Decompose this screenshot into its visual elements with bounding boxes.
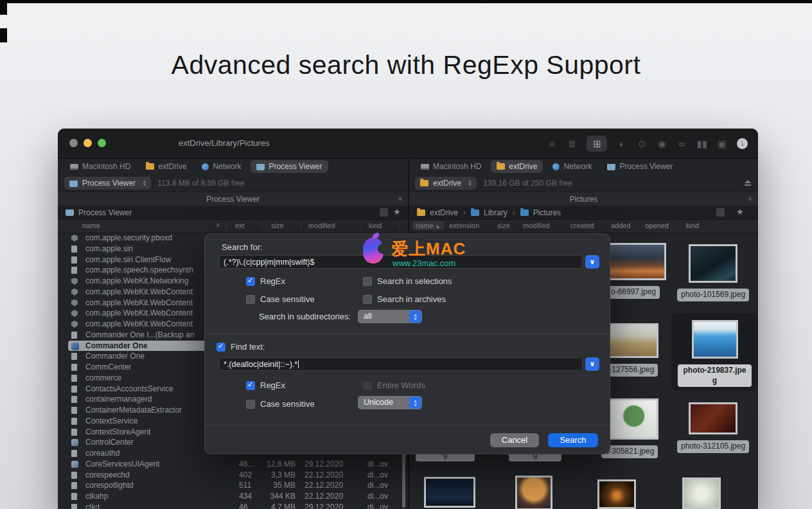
- breadcrumb-item[interactable]: Pictures: [533, 208, 561, 217]
- breadcrumb-item[interactable]: extDrive: [430, 208, 458, 217]
- find-text-input[interactable]: *.(dealloc|deinit|::~).*: [219, 357, 583, 371]
- file-kind: di...ov: [367, 460, 388, 469]
- path-label[interactable]: Process Viewer: [78, 208, 132, 217]
- drive-tab[interactable]: Network: [547, 160, 597, 173]
- toolbar-icon[interactable]: ≣: [567, 139, 577, 148]
- regex2-checkbox[interactable]: [246, 381, 255, 390]
- thumbnail[interactable]: [682, 478, 721, 509]
- find-history-dropdown[interactable]: ∨: [585, 357, 599, 371]
- breadcrumb-item[interactable]: Library: [484, 208, 508, 217]
- file-row[interactable]: ctkd 46 4,7 MB 29.12.2020 di...ov: [68, 502, 403, 509]
- find-text-checkbox[interactable]: [216, 343, 225, 352]
- tab-title[interactable]: Pictures: [570, 195, 597, 204]
- drive-tab[interactable]: Network: [196, 160, 247, 173]
- toolbar-icon[interactable]: ◉: [657, 139, 667, 148]
- case2-checkbox-row[interactable]: Case sensitive: [246, 399, 315, 409]
- add-tab-button[interactable]: +: [748, 193, 753, 204]
- find-text-checkbox-row[interactable]: Find text:: [216, 342, 265, 352]
- column-header-ext[interactable]: ext: [235, 222, 245, 229]
- drive-tab[interactable]: Macintosh HD: [64, 160, 136, 173]
- file-ext: 434: [239, 492, 252, 501]
- case-checkbox-row[interactable]: Case sensitive: [246, 294, 315, 304]
- drive-tab[interactable]: Process Viewer: [601, 160, 678, 173]
- column-header-created[interactable]: created: [570, 222, 594, 229]
- cancel-button[interactable]: Cancel: [490, 433, 539, 447]
- drive-tab[interactable]: Macintosh HD: [415, 160, 487, 173]
- archives-checkbox-row[interactable]: Search in archives: [363, 294, 446, 304]
- column-header-modified[interactable]: modified: [523, 222, 550, 229]
- column-header-added[interactable]: added: [611, 222, 631, 229]
- column-header-name[interactable]: name ▲: [412, 221, 444, 230]
- case-checkbox[interactable]: [246, 295, 255, 304]
- close-button[interactable]: [69, 139, 78, 147]
- folder-icon: [417, 210, 425, 216]
- search-history-dropdown[interactable]: ∨: [585, 255, 599, 269]
- archives-checkbox[interactable]: [363, 295, 372, 304]
- column-header-name[interactable]: name: [82, 222, 100, 229]
- encoding-select[interactable]: Unicode ∧∨: [358, 396, 422, 409]
- thumbnail[interactable]: photo-219837.jpeg: [671, 313, 758, 391]
- toolbar-icon[interactable]: ⊞: [587, 136, 607, 152]
- file-row[interactable]: corespotlightd 511 35 MB 22.12.2020 di..…: [68, 480, 403, 491]
- file-icon: [71, 299, 78, 307]
- toolbar-icon[interactable]: ⊙: [637, 139, 647, 148]
- eject-icon[interactable]: [744, 180, 752, 186]
- subdirs-select[interactable]: all ∧∨: [358, 310, 422, 323]
- favorite-star-icon[interactable]: ★: [736, 207, 744, 217]
- file-ext: 511: [239, 481, 251, 490]
- column-header-extension[interactable]: extension: [449, 222, 479, 229]
- file-icon: [71, 353, 77, 360]
- search-button[interactable]: Search: [548, 433, 598, 447]
- case2-label: Case sensitive: [260, 399, 315, 409]
- entire-words-checkbox: [363, 381, 372, 390]
- toolbar-icon[interactable]: ↓: [737, 138, 748, 149]
- column-header-kind[interactable]: kind: [369, 222, 382, 229]
- file-row[interactable]: ctkahp 434 344 KB 22.12.2020 di...ov: [68, 491, 403, 502]
- minimize-button[interactable]: [84, 139, 92, 147]
- file-icon: [71, 256, 77, 263]
- column-header-opened[interactable]: opened: [645, 222, 669, 229]
- drive-select[interactable]: Process Viewer ∧∨: [64, 177, 151, 190]
- thumbnail[interactable]: photo-312105.jpeg: [677, 402, 749, 453]
- column-header-modified[interactable]: modified: [308, 222, 335, 229]
- thumbnail[interactable]: [424, 477, 475, 509]
- selections-checkbox-row[interactable]: Search in selections: [363, 276, 452, 286]
- toolbar-icon[interactable]: ▮▮: [696, 139, 707, 148]
- selections-checkbox[interactable]: [363, 277, 372, 286]
- add-tab-button[interactable]: +: [398, 193, 403, 204]
- thumbnail[interactable]: [515, 476, 552, 509]
- sort-asc-icon: ▲: [436, 224, 441, 229]
- drive-select[interactable]: extDrive ∧∨: [415, 177, 477, 190]
- tab-title[interactable]: Process Viewer: [206, 195, 260, 204]
- drive-tab[interactable]: extDrive: [491, 160, 543, 173]
- file-icon: [71, 472, 77, 479]
- drive-tab[interactable]: extDrive: [140, 160, 192, 173]
- toolbar-icon[interactable]: ∞: [676, 139, 687, 148]
- toolbar-icon[interactable]: ▣: [717, 139, 727, 148]
- panel-toggle-button[interactable]: [716, 208, 725, 217]
- thumbnail[interactable]: o-66997.jpeg: [601, 243, 666, 299]
- column-header-kind[interactable]: kind: [686, 222, 699, 229]
- thumbnail[interactable]: [597, 479, 636, 509]
- file-kind: di...ov: [367, 481, 388, 490]
- file-kind: di...ov: [367, 492, 388, 501]
- regex-checkbox[interactable]: [246, 277, 255, 286]
- toolbar-icon[interactable]: ◐: [617, 139, 627, 148]
- file-modified: 29.12.2020: [304, 503, 343, 509]
- file-name: commerce: [85, 373, 121, 382]
- favorite-star-icon[interactable]: ★: [393, 207, 401, 217]
- regex-checkbox-row[interactable]: RegEx: [246, 276, 285, 286]
- panel-toggle-button[interactable]: [380, 208, 388, 217]
- column-header-size[interactable]: size: [271, 222, 284, 229]
- column-header-size[interactable]: size: [497, 222, 510, 229]
- thumbnail[interactable]: photo-101569.jpeg: [677, 244, 749, 301]
- file-row[interactable]: CoreServicesUIAgent 46... 12,6 MB 29.12.…: [68, 459, 403, 470]
- drive-tab[interactable]: Process Viewer: [251, 160, 328, 173]
- regex2-checkbox-row[interactable]: RegEx: [246, 380, 285, 390]
- file-icon: [71, 429, 77, 436]
- file-row[interactable]: corespeechd 402 3,3 MB 22.12.2020 di...o…: [68, 470, 403, 481]
- drive-icon: [497, 163, 505, 170]
- zoom-button[interactable]: [98, 139, 106, 147]
- toolbar-icon[interactable]: ≡: [547, 139, 557, 148]
- case2-checkbox[interactable]: [246, 400, 255, 409]
